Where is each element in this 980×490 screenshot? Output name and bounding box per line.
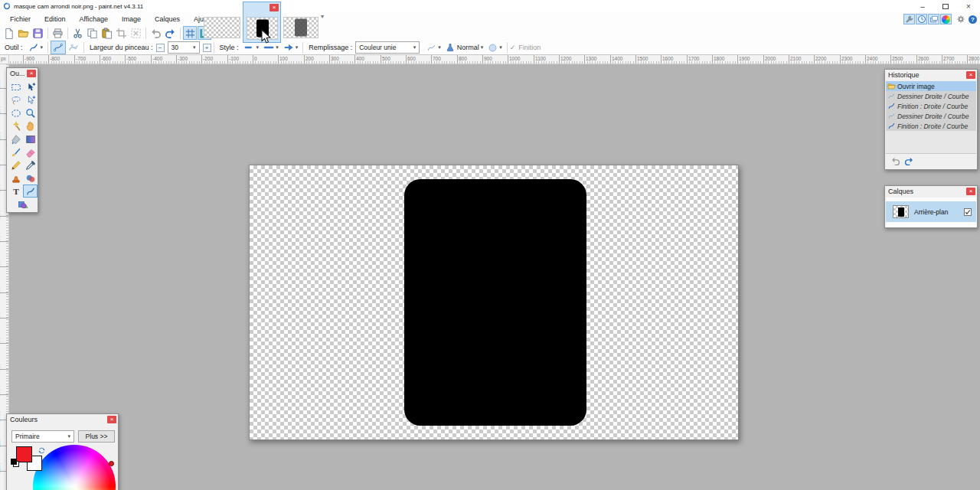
save-button[interactable]: [31, 26, 44, 40]
more-colors-button[interactable]: Plus >>: [78, 430, 115, 443]
settings-button[interactable]: [955, 14, 966, 24]
layers-panel-header[interactable]: Calques ×: [885, 186, 977, 197]
cut-button[interactable]: [70, 26, 84, 40]
tool-magic-wand[interactable]: [8, 119, 23, 132]
undo-button[interactable]: [149, 26, 162, 40]
image-tab-1[interactable]: [204, 17, 240, 38]
brush-width-increase-button[interactable]: +: [203, 44, 211, 52]
layer-visible-checkbox[interactable]: [964, 208, 972, 216]
image-tab-3[interactable]: [283, 17, 318, 38]
menu-fichier[interactable]: Fichier: [3, 14, 38, 24]
colors-panel-header[interactable]: Couleurs ×: [7, 414, 118, 425]
history-panel-header[interactable]: Historique ×: [885, 70, 977, 80]
menu-image[interactable]: Image: [115, 14, 148, 24]
toggle-layers-panel[interactable]: [928, 14, 939, 24]
toggle-tools-panel[interactable]: [903, 14, 915, 24]
image-tab-2-active[interactable]: ×: [243, 2, 281, 43]
panel-toggle-group: ?: [903, 14, 977, 24]
swap-colors-icon[interactable]: [38, 446, 46, 455]
tool-paint-bucket[interactable]: [8, 132, 23, 145]
antialias-dropdown[interactable]: ▾: [485, 41, 505, 54]
history-item[interactable]: Dessiner Droite / Courbe: [886, 91, 976, 101]
help-button[interactable]: ?: [969, 15, 977, 24]
style-line2-icon: [263, 42, 274, 53]
menu-calques[interactable]: Calques: [148, 14, 187, 24]
ruler-unit-label: px: [0, 55, 9, 64]
grid-icon: [185, 28, 196, 39]
restore-button[interactable]: [934, 0, 957, 12]
tool-move-selection[interactable]: [23, 93, 38, 106]
fill-select[interactable]: Couleur unie▾: [355, 41, 420, 54]
history-redo-button[interactable]: [903, 155, 916, 168]
ellipse-select-icon: [11, 108, 21, 119]
tool-zoom[interactable]: [23, 106, 38, 119]
history-undo-button[interactable]: [889, 155, 902, 168]
tool-color-picker[interactable]: [23, 158, 38, 172]
colors-panel-close-button[interactable]: ×: [107, 416, 116, 423]
blend-mode-dropdown[interactable]: Normal ▾: [443, 41, 486, 54]
paintbrush-icon: [11, 147, 21, 158]
tool-ellipse-select[interactable]: [8, 106, 23, 119]
tool-pan[interactable]: [23, 119, 38, 132]
blend-mode-value: Normal: [457, 44, 479, 51]
clone-stamp-icon: [11, 173, 21, 184]
default-colors-swatch[interactable]: [11, 459, 17, 465]
open-button[interactable]: [16, 26, 30, 40]
close-button[interactable]: ×: [957, 0, 980, 12]
tool-pencil[interactable]: [8, 158, 23, 172]
toggle-history-panel[interactable]: [916, 14, 927, 24]
grid-toggle[interactable]: [183, 26, 197, 40]
line-curve-icon: [887, 102, 896, 110]
tool-shapes[interactable]: [8, 198, 38, 211]
redo-button[interactable]: [163, 26, 177, 40]
gradient-mode-dropdown[interactable]: ▾: [424, 41, 443, 54]
tool-lasso-select[interactable]: [8, 93, 23, 106]
bezier-mode-button[interactable]: [66, 41, 81, 54]
tool-rectangle-select[interactable]: [8, 80, 23, 93]
tool-text[interactable]: T: [8, 185, 23, 198]
paint-net-logo-icon: [3, 2, 11, 10]
color-wheel-marker[interactable]: [109, 461, 114, 466]
new-file-icon: [3, 28, 15, 39]
canvas[interactable]: [249, 165, 739, 440]
brush-width-decrease-button[interactable]: −: [156, 44, 165, 52]
tab-overflow-chevron-icon[interactable]: ▾: [321, 13, 324, 20]
spline-mode-button[interactable]: [51, 41, 66, 54]
tool-clone-stamp[interactable]: [8, 172, 23, 185]
tool-line-curve[interactable]: [23, 185, 38, 198]
paste-button[interactable]: [100, 26, 113, 40]
tool-move-selected-pixels[interactable]: [23, 80, 38, 93]
tool-paintbrush[interactable]: [8, 145, 23, 158]
color-mode-select[interactable]: Primaire▾: [11, 430, 74, 443]
tool-recolor[interactable]: [23, 172, 38, 185]
tools-panel-header[interactable]: Ou... ×: [7, 68, 38, 79]
active-tool-button[interactable]: ▾: [26, 41, 46, 54]
crop-button[interactable]: [114, 26, 128, 40]
tool-gradient[interactable]: [23, 132, 38, 145]
tool-eraser[interactable]: [23, 145, 38, 158]
history-item[interactable]: Ouvrir image: [886, 81, 976, 91]
history-item[interactable]: Finition : Droite / Courbe: [886, 121, 976, 131]
menu-affichage[interactable]: Affichage: [73, 14, 115, 24]
brush-width-input[interactable]: 30▾: [168, 41, 200, 54]
layer-row-background[interactable]: Arrière-plan: [886, 201, 976, 222]
arrow-style-dropdown[interactable]: ▾: [281, 41, 301, 54]
toggle-colors-panel[interactable]: [940, 14, 952, 24]
history-panel-close-button[interactable]: ×: [966, 71, 975, 79]
menu-edition[interactable]: Edition: [38, 14, 73, 24]
shapes-icon: [18, 199, 28, 210]
tab-close-button[interactable]: ×: [270, 4, 279, 11]
tools-panel-close-button[interactable]: ×: [27, 70, 36, 77]
history-item[interactable]: Dessiner Droite / Courbe: [886, 111, 976, 121]
deselect-button[interactable]: [129, 26, 142, 40]
primary-color-swatch[interactable]: [16, 446, 32, 462]
layers-panel-close-button[interactable]: ×: [966, 188, 975, 195]
history-item[interactable]: Finition : Droite / Courbe: [886, 101, 976, 111]
window-title: masque cam arrondi noir.png - paint.net …: [14, 3, 143, 10]
print-button[interactable]: [51, 26, 64, 40]
copy-button[interactable]: [85, 26, 99, 40]
new-button[interactable]: [2, 26, 15, 40]
aa-circle-icon: [488, 43, 498, 53]
minimize-button[interactable]: –: [911, 0, 934, 12]
image-tab-2-thumbnail: [247, 17, 278, 40]
